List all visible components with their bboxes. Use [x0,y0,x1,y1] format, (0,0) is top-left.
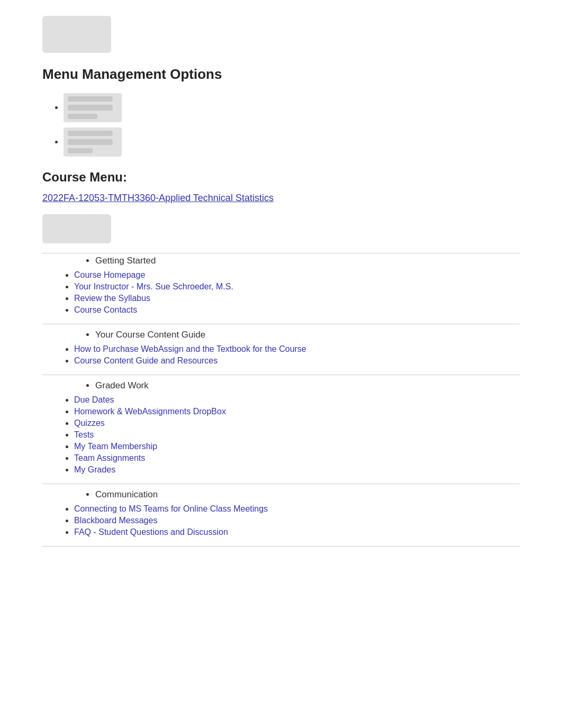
section-header-2: Graded Work [95,380,520,391]
menu-option-block-2 [64,128,122,157]
list-item-2-6: My Grades [74,465,520,475]
list-item-3-0: Connecting to MS Teams for Online Class … [74,504,520,514]
link-2-4[interactable]: My Team Membership [74,442,157,451]
link-2-1[interactable]: Homework & WebAssignments DropBox [74,407,226,416]
list-item-3-1: Blackboard Messages [74,516,520,525]
list-item-1-1: Course Content Guide and Resources [74,356,520,366]
page-title: Menu Management Options [42,66,520,83]
section-header-list-1: Your Course Content Guide [42,330,520,340]
menu-option-item-2 [64,128,520,157]
link-0-1[interactable]: Your Instructor - Mrs. Sue Schroeder, M.… [74,282,233,291]
top-logo [42,16,111,53]
section-header-0: Getting Started [95,256,520,266]
sep-bullet-3 [42,539,520,544]
sep-bullet-1 [42,368,520,372]
list-item-3-2: FAQ - Student Questions and Discussion [74,527,520,537]
link-2-3[interactable]: Tests [74,430,94,439]
section-items-0: Course HomepageYour Instructor - Mrs. Su… [42,270,520,315]
sections-container: Getting StartedCourse HomepageYour Instr… [42,256,520,547]
sep-bullet-2 [42,477,520,481]
section-header-list-2: Graded Work [42,380,520,391]
section-group-1: Your Course Content GuideHow to Purchase… [42,330,520,375]
section-items-2: Due DatesHomework & WebAssignments DropB… [42,395,520,475]
list-item-2-3: Tests [74,430,520,440]
separator-line-0 [42,324,520,324]
link-0-3[interactable]: Course Contacts [74,305,137,314]
link-1-1[interactable]: Course Content Guide and Resources [74,356,217,365]
section-header-list-0: Getting Started [42,256,520,266]
section-items-3: Connecting to MS Teams for Online Class … [42,504,520,537]
list-item-0-0: Course Homepage [74,270,520,280]
list-item-2-1: Homework & WebAssignments DropBox [74,407,520,416]
menu-option-item-1 [64,93,520,122]
link-2-5[interactable]: Team Assignments [74,453,145,462]
course-menu-block [42,214,111,243]
link-2-2[interactable]: Quizzes [74,418,105,427]
menu-options-list [42,93,520,157]
course-menu-label: Course Menu: [42,170,520,185]
link-2-0[interactable]: Due Dates [74,395,114,404]
list-item-0-1: Your Instructor - Mrs. Sue Schroeder, M.… [74,282,520,292]
list-item-2-0: Due Dates [74,395,520,405]
link-0-0[interactable]: Course Homepage [74,270,145,279]
separator-bullet-top [42,246,520,251]
link-3-0[interactable]: Connecting to MS Teams for Online Class … [74,504,268,513]
link-2-6[interactable]: My Grades [74,465,115,474]
section-header-1: Your Course Content Guide [95,330,520,340]
section-group-3: CommunicationConnecting to MS Teams for … [42,489,520,547]
link-1-0[interactable]: How to Purchase WebAssign and the Textbo… [74,344,306,353]
link-0-2[interactable]: Review the Syllabus [74,294,150,303]
separator-line-1 [42,375,520,375]
list-item-2-4: My Team Membership [74,442,520,451]
list-item-0-3: Course Contacts [74,305,520,315]
list-item-2-5: Team Assignments [74,453,520,463]
list-item-0-2: Review the Syllabus [74,294,520,303]
sep-bullet-0 [42,317,520,322]
separator-line-top [42,253,520,253]
course-link[interactable]: 2022FA-12053-TMTH3360-Applied Technical … [42,193,520,204]
menu-option-block-1 [64,93,122,122]
separator-line-2 [42,484,520,484]
section-header-3: Communication [95,489,520,500]
separator-line-3 [42,546,520,547]
section-items-1: How to Purchase WebAssign and the Textbo… [42,344,520,366]
list-item-2-2: Quizzes [74,418,520,428]
link-3-1[interactable]: Blackboard Messages [74,516,157,525]
list-item-1-0: How to Purchase WebAssign and the Textbo… [74,344,520,354]
section-group-2: Graded WorkDue DatesHomework & WebAssign… [42,380,520,484]
link-3-2[interactable]: FAQ - Student Questions and Discussion [74,527,228,536]
section-header-list-3: Communication [42,489,520,500]
section-group-0: Getting StartedCourse HomepageYour Instr… [42,256,520,324]
